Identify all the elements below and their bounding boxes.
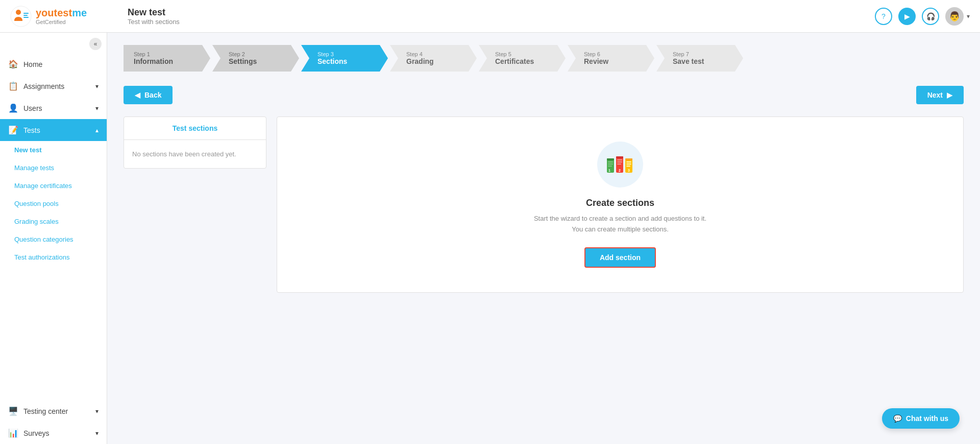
step-7-label: Step 7 bbox=[673, 51, 704, 57]
header-title-area: New test Test with sections bbox=[117, 7, 875, 26]
step-2[interactable]: Step 2 Settings bbox=[212, 45, 299, 72]
step-7-content: Step 7 Save test bbox=[673, 51, 704, 65]
home-icon: 🏠 bbox=[8, 59, 18, 69]
step-2-content: Step 2 Settings bbox=[229, 51, 257, 65]
sidebar-subitem-question-cats-label: Question categories bbox=[14, 236, 74, 243]
step-1-content: Step 1 Information bbox=[134, 51, 173, 65]
svg-rect-14 bbox=[617, 161, 622, 162]
svg-rect-13 bbox=[617, 159, 622, 160]
assignments-arrow-icon: ▾ bbox=[95, 83, 99, 90]
step-1-name: Information bbox=[134, 57, 173, 65]
step-6-content: Step 6 Review bbox=[584, 51, 608, 65]
sidebar-subitem-test-auth-label: Test authorizations bbox=[14, 253, 69, 261]
svg-rect-15 bbox=[617, 163, 621, 165]
sidebar-item-users[interactable]: 👤 Users ▾ bbox=[0, 97, 107, 119]
sidebar-item-testing-center[interactable]: 🖥️ Testing center ▾ bbox=[0, 400, 107, 422]
tests-submenu: New test Manage tests Manage certificate… bbox=[0, 141, 107, 266]
sidebar-item-tests-label: Tests bbox=[23, 126, 90, 134]
svg-rect-2 bbox=[23, 13, 29, 14]
add-section-label: Add section bbox=[600, 253, 641, 262]
sidebar-subitem-test-auth[interactable]: Test authorizations bbox=[0, 248, 107, 266]
surveys-arrow-icon: ▾ bbox=[95, 430, 99, 437]
logo-sub: GetCertified bbox=[36, 19, 87, 25]
step-6-label: Step 6 bbox=[584, 51, 608, 57]
step-1[interactable]: Step 1 Information bbox=[124, 45, 210, 72]
next-button[interactable]: Next ▶ bbox=[916, 86, 964, 104]
step-6[interactable]: Step 6 Review bbox=[568, 45, 654, 72]
step-2-label: Step 2 bbox=[229, 51, 257, 57]
chat-button[interactable]: 💬 Chat with us bbox=[882, 408, 960, 429]
svg-rect-6 bbox=[607, 158, 614, 160]
svg-text:1: 1 bbox=[608, 169, 610, 172]
sidebar-item-home[interactable]: 🏠 Home bbox=[0, 53, 107, 75]
svg-rect-3 bbox=[23, 15, 28, 16]
test-sections-panel: Test sections No sections have been crea… bbox=[124, 116, 266, 169]
step-5[interactable]: Step 5 Certificates bbox=[479, 45, 566, 72]
sidebar-subitem-new-test[interactable]: New test bbox=[0, 141, 107, 159]
back-label: Back bbox=[144, 91, 161, 99]
next-label: Next bbox=[927, 91, 943, 99]
headset-icon-btn[interactable]: 🎧 bbox=[922, 8, 939, 25]
step-6-name: Review bbox=[584, 57, 608, 65]
sidebar-collapse-btn: « bbox=[0, 35, 107, 53]
content: Step 1 Information Step 2 Settings Step … bbox=[107, 33, 980, 444]
step-3-name: Sections bbox=[317, 57, 347, 65]
back-button[interactable]: ◀ Back bbox=[124, 86, 173, 104]
help-icon-btn[interactable]: ? bbox=[875, 8, 892, 25]
sidebar-item-assignments[interactable]: 📋 Assignments ▾ bbox=[0, 75, 107, 97]
svg-text:3: 3 bbox=[628, 169, 630, 172]
step-1-label: Step 1 bbox=[134, 51, 173, 57]
svg-rect-19 bbox=[626, 161, 631, 162]
avatar-btn[interactable]: 👨 ▾ bbox=[945, 7, 970, 26]
testing-center-icon: 🖥️ bbox=[8, 406, 18, 416]
sidebar-item-surveys-label: Surveys bbox=[23, 429, 90, 437]
sidebar-subitem-question-cats[interactable]: Question categories bbox=[0, 230, 107, 248]
step-4[interactable]: Step 4 Grading bbox=[390, 45, 477, 72]
tests-icon: 📝 bbox=[8, 125, 18, 135]
step-4-label: Step 4 bbox=[406, 51, 434, 57]
step-7[interactable]: Step 7 Save test bbox=[656, 45, 743, 72]
step-5-content: Step 5 Certificates bbox=[495, 51, 534, 65]
sidebar-item-surveys[interactable]: 📊 Surveys ▾ bbox=[0, 422, 107, 444]
sidebar-item-home-label: Home bbox=[23, 60, 99, 68]
test-sections-header: Test sections bbox=[124, 117, 266, 140]
sidebar-subitem-manage-tests[interactable]: Manage tests bbox=[0, 159, 107, 177]
create-sections-title: Create sections bbox=[586, 198, 654, 208]
collapse-icon[interactable]: « bbox=[89, 38, 102, 50]
step-3-content: Step 3 Sections bbox=[317, 51, 347, 65]
stepper: Step 1 Information Step 2 Settings Step … bbox=[124, 45, 964, 72]
header-subtitle: Test with sections bbox=[128, 18, 875, 26]
tests-arrow-icon: ▴ bbox=[95, 127, 99, 134]
surveys-icon: 📊 bbox=[8, 428, 18, 438]
step-7-name: Save test bbox=[673, 57, 704, 65]
back-arrow-icon: ◀ bbox=[135, 91, 140, 99]
create-sections-desc: Start the wizard to create a section and… bbox=[534, 214, 706, 235]
logo-name-part1: youtest bbox=[36, 7, 72, 18]
play-icon-btn[interactable]: ▶ bbox=[898, 8, 916, 25]
sidebar-subitem-manage-certs[interactable]: Manage certificates bbox=[0, 177, 107, 195]
create-sections-desc-line1: Start the wizard to create a section and… bbox=[534, 215, 706, 222]
assignments-icon: 📋 bbox=[8, 81, 18, 91]
sidebar-subitem-grading-scales-label: Grading scales bbox=[14, 218, 59, 225]
svg-rect-21 bbox=[626, 166, 630, 167]
sidebar-item-tests[interactable]: 📝 Tests ▴ bbox=[0, 119, 107, 141]
step-4-content: Step 4 Grading bbox=[406, 51, 434, 65]
sidebar-subitem-manage-tests-label: Manage tests bbox=[14, 164, 54, 172]
svg-rect-12 bbox=[616, 156, 623, 158]
users-arrow-icon: ▾ bbox=[95, 105, 99, 112]
users-icon: 👤 bbox=[8, 103, 18, 113]
header-actions: ? ▶ 🎧 👨 ▾ bbox=[875, 7, 970, 26]
svg-point-1 bbox=[16, 10, 21, 15]
svg-text:2: 2 bbox=[619, 169, 621, 172]
sidebar-subitem-question-pools[interactable]: Question pools bbox=[0, 195, 107, 213]
add-section-button[interactable]: Add section bbox=[584, 247, 656, 268]
header-main-title: New test bbox=[128, 7, 875, 18]
chat-icon: 💬 bbox=[893, 414, 902, 423]
logo-icon bbox=[10, 6, 32, 27]
create-sections-panel: 1 2 3 bbox=[277, 116, 964, 293]
logo-name: youtestme bbox=[36, 7, 87, 19]
main-layout: « 🏠 Home 📋 Assignments ▾ 👤 Users ▾ 📝 Tes… bbox=[0, 33, 980, 444]
sidebar-subitem-question-pools-label: Question pools bbox=[14, 200, 59, 207]
step-3[interactable]: Step 3 Sections bbox=[301, 45, 388, 72]
sidebar-subitem-grading-scales[interactable]: Grading scales bbox=[0, 213, 107, 230]
